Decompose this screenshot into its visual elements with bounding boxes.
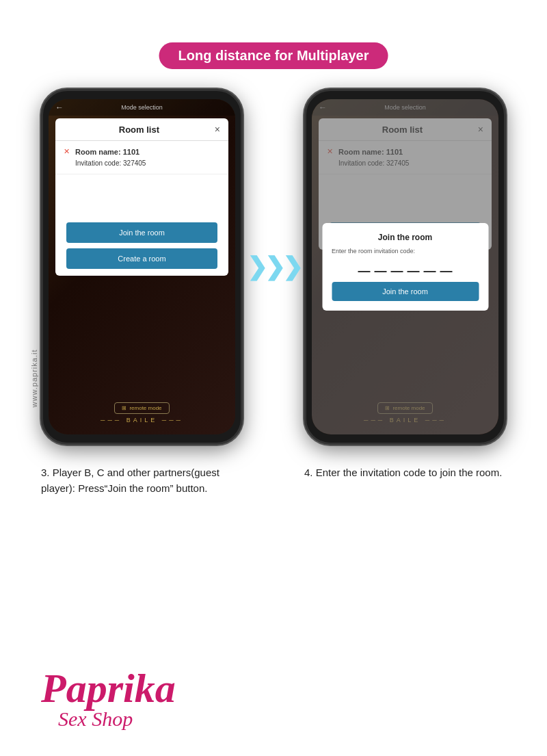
phone-2-join-dialog: Join the room Enter the room invitation … bbox=[322, 223, 488, 311]
phone-1-dialog-buttons: Join the room Create a room bbox=[55, 216, 228, 276]
phone-1-remote-icon: ⊞ bbox=[122, 405, 126, 411]
code-dash-3[interactable] bbox=[391, 261, 403, 272]
phone-1-remote-mode[interactable]: ⊞ remote mode bbox=[114, 402, 169, 414]
desc-2-step: 4. bbox=[304, 467, 313, 478]
logo-brand-text: Paprika bbox=[40, 666, 176, 711]
phone-1-baile: ─── BAILE ─── bbox=[101, 417, 183, 423]
code-dash-4[interactable] bbox=[408, 261, 420, 272]
code-dash-2[interactable] bbox=[375, 261, 387, 272]
phone-1-bottom: ⊞ remote mode ─── BAILE ─── bbox=[49, 402, 235, 423]
phone-1-remote-label: remote mode bbox=[129, 405, 161, 411]
phone-1-mode-label: Mode selection bbox=[121, 104, 163, 111]
page-title: Long distance for Multiplayer bbox=[159, 42, 388, 69]
desc-1-step: 3. bbox=[41, 467, 50, 478]
desc-2-text: Enter the invitation code to join the ro… bbox=[313, 467, 503, 478]
description-2: 4. Enter the invitation code to join the… bbox=[304, 465, 506, 496]
phone-2: ← Mode selection Room list × ✕ Room name… bbox=[304, 89, 506, 445]
phone-2-code-input[interactable] bbox=[332, 261, 479, 272]
phone-2-screen: ← Mode selection Room list × ✕ Room name… bbox=[312, 99, 498, 434]
phone-1-room-x[interactable]: ✕ bbox=[64, 147, 70, 156]
phone-1-dialog-close[interactable]: × bbox=[215, 124, 220, 135]
phone-2-join-subtitle: Enter the room invitation code: bbox=[332, 248, 479, 255]
phone-1-room-text: Room name: 1101 Invitation code: 327405 bbox=[75, 146, 146, 168]
phone-1-join-button[interactable]: Join the room bbox=[66, 222, 217, 243]
watermark: www.paprika.it bbox=[30, 349, 38, 407]
phone-1-dialog-title-bar: Room list × bbox=[55, 118, 228, 141]
logo-svg: Paprika Sex Shop bbox=[38, 654, 188, 736]
phone-1-room-list-dialog: Room list × ✕ Room name: 1101 Invitation… bbox=[55, 118, 228, 276]
logo-tagline-text: Sex Shop bbox=[58, 707, 133, 730]
arrow-chevrons: ❯❯❯ bbox=[247, 252, 300, 281]
phones-container: ← Mode selection Room list × ✕ Room name… bbox=[41, 89, 506, 445]
phone-1-dialog-title: Room list bbox=[64, 125, 215, 135]
phone-1: ← Mode selection Room list × ✕ Room name… bbox=[41, 89, 243, 445]
phone-1-room-name: Room name: 1101 bbox=[75, 146, 146, 158]
phone-2-join-button[interactable]: Join the room bbox=[332, 282, 479, 301]
desc-1-text: Player B, C and other partners(guest pla… bbox=[41, 467, 219, 494]
phone-1-screen: ← Mode selection Room list × ✕ Room name… bbox=[49, 99, 235, 434]
phone-1-status-bar: ← Mode selection bbox=[49, 99, 235, 116]
code-dash-1[interactable] bbox=[358, 261, 371, 272]
phone-2-join-title: Join the room bbox=[332, 233, 479, 242]
arrow-container: ❯❯❯ bbox=[247, 252, 300, 281]
description-1: 3. Player B, C and other partners(guest … bbox=[41, 465, 243, 496]
code-dash-6[interactable] bbox=[440, 261, 453, 272]
code-dash-5[interactable] bbox=[424, 261, 436, 272]
phone-1-back-arrow[interactable]: ← bbox=[55, 103, 64, 112]
descriptions-container: 3. Player B, C and other partners(guest … bbox=[41, 465, 506, 496]
phone-1-invite-code: Invitation code: 327405 bbox=[75, 158, 146, 168]
phone-1-room-entry: ✕ Room name: 1101 Invitation code: 32740… bbox=[55, 141, 228, 174]
phone-1-create-button[interactable]: Create a room bbox=[66, 248, 217, 269]
logo-area: Paprika Sex Shop bbox=[38, 654, 188, 739]
